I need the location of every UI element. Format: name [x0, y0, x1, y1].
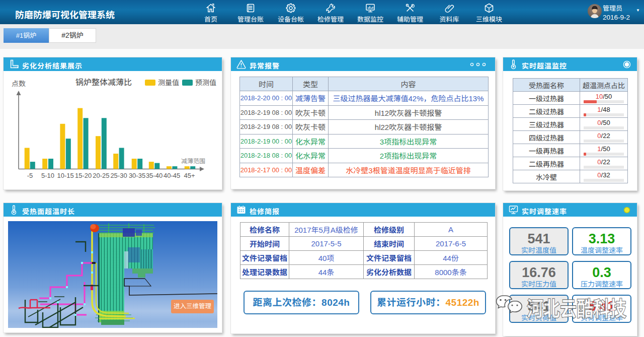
svg-text:锅炉整体减薄比: 锅炉整体减薄比: [75, 78, 132, 87]
svg-text:减薄范围: 减薄范围: [181, 158, 205, 165]
svg-text:-5: -5: [27, 172, 33, 179]
svg-text:20-25: 20-25: [93, 172, 109, 179]
svg-text:预测值: 预测值: [195, 79, 216, 87]
svg-text:点数: 点数: [12, 80, 26, 88]
svg-text:35-40: 35-40: [146, 172, 163, 179]
svg-text:15-20: 15-20: [75, 172, 92, 179]
svg-text:45+: 45+: [184, 172, 195, 179]
svg-text:测量值: 测量值: [158, 79, 179, 87]
svg-text:40-45: 40-45: [164, 172, 180, 179]
svg-text:5-10: 5-10: [41, 172, 54, 179]
svg-text:25-30: 25-30: [110, 172, 127, 179]
svg-text:10-15: 10-15: [57, 172, 74, 179]
svg-text:30-35: 30-35: [129, 172, 145, 179]
